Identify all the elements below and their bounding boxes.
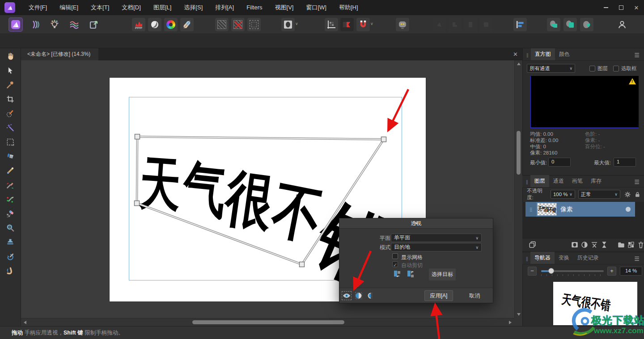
panel-grip-icon[interactable]: || xyxy=(526,179,528,184)
selection-brush-tool[interactable] xyxy=(4,107,17,120)
move-tool[interactable] xyxy=(4,64,17,77)
zoom-slider-track[interactable] xyxy=(541,270,604,272)
mode-select[interactable]: 目的地∨ xyxy=(391,243,482,251)
plane-select[interactable]: 单平面∨ xyxy=(391,234,482,242)
insert-behind-button[interactable] xyxy=(547,18,560,31)
document-tab[interactable]: <未命名> [已修改] (14.3%) xyxy=(21,48,98,60)
tab-close-icon[interactable]: ✕ xyxy=(513,51,518,58)
color-picker-tool[interactable] xyxy=(4,79,17,91)
snapping-chevron-icon[interactable]: ∨ xyxy=(370,21,373,26)
invert-selection-button[interactable] xyxy=(247,18,261,31)
tab-channels[interactable]: 通道 xyxy=(549,175,568,187)
live-filter-button[interactable] xyxy=(590,241,598,249)
mirror-view-toggle[interactable] xyxy=(366,291,376,300)
tab-history[interactable]: 历史记录 xyxy=(573,252,603,264)
insert-on-top-button[interactable] xyxy=(580,18,593,31)
scroll-down-icon[interactable] xyxy=(517,313,521,316)
selection-pattern-button[interactable] xyxy=(215,18,229,31)
account-button[interactable] xyxy=(615,18,629,31)
panel-menu-icon[interactable]: ☰ xyxy=(634,179,640,185)
max-input[interactable]: 1 xyxy=(614,158,636,167)
blend-mode-select[interactable]: 正常∨ xyxy=(578,190,620,199)
panel-menu-icon[interactable]: ☰ xyxy=(634,255,640,262)
auto-white-balance-button[interactable] xyxy=(180,18,194,31)
handle-top-left[interactable] xyxy=(135,134,140,139)
menu-text[interactable]: 文本[T] xyxy=(85,0,115,15)
move-by-whole-pixels-button[interactable] xyxy=(325,18,338,31)
deselect-button[interactable] xyxy=(231,18,245,31)
vertical-scrollbar[interactable] xyxy=(514,60,522,318)
zoom-in-button[interactable]: + xyxy=(607,267,616,276)
auto-colors-button[interactable] xyxy=(164,18,178,31)
select-target-button[interactable]: 选择目标 xyxy=(429,268,456,280)
horizontal-scrollbar[interactable] xyxy=(21,318,514,326)
erase-tool[interactable] xyxy=(4,207,17,220)
layer-drag-handle[interactable]: ⣿ xyxy=(525,202,536,217)
tab-layers[interactable]: 图层 xyxy=(530,175,549,187)
adjustment-layer-button[interactable] xyxy=(580,241,589,249)
menu-layer[interactable]: 图层[L] xyxy=(147,0,178,15)
paint-brush-tool[interactable] xyxy=(4,179,17,191)
clone-stamp-tool[interactable] xyxy=(4,236,17,248)
layer-thumbnail[interactable]: 天气很不错 xyxy=(537,203,557,216)
zoom-out-button[interactable]: − xyxy=(528,267,537,276)
tab-stock[interactable]: 库存 xyxy=(587,175,606,187)
swap-planes-button[interactable] xyxy=(406,269,415,279)
menu-window[interactable]: 窗口[W] xyxy=(300,0,333,15)
menu-file[interactable]: 文件[F] xyxy=(22,0,53,15)
scroll-right-icon[interactable] xyxy=(509,321,512,324)
handle-top-right[interactable] xyxy=(381,137,386,142)
dialog-close-icon[interactable]: ✕ xyxy=(339,218,493,229)
quick-mask-chevron-icon[interactable]: ∨ xyxy=(295,21,298,26)
tab-transform[interactable]: 变换 xyxy=(555,252,573,264)
tab-navigator[interactable]: 导航器 xyxy=(530,252,555,264)
panel-grip-icon[interactable]: || xyxy=(526,52,528,58)
blend-options-gear-icon[interactable] xyxy=(624,191,631,198)
layer-checkbox[interactable] xyxy=(589,66,595,71)
menu-help[interactable]: 帮助[H] xyxy=(333,0,364,15)
auto-contrast-button[interactable] xyxy=(148,18,161,31)
zoom-value[interactable]: 14 % xyxy=(620,267,642,276)
panel-grip-icon[interactable]: || xyxy=(526,256,528,261)
group-layers-button[interactable] xyxy=(617,241,625,249)
insert-inside-button[interactable] xyxy=(564,18,577,31)
marquee-select-tool[interactable] xyxy=(4,136,17,148)
show-grid-checkbox[interactable] xyxy=(392,253,398,259)
tab-color[interactable]: 颜色 xyxy=(555,48,574,60)
tab-brushes[interactable]: 画笔 xyxy=(568,175,587,187)
edge-snapping-button[interactable] xyxy=(340,18,354,31)
auto-levels-button[interactable] xyxy=(132,18,145,31)
alignment-button[interactable] xyxy=(513,18,527,31)
auto-clip-checkbox[interactable] xyxy=(392,261,398,267)
lock-icon[interactable] xyxy=(635,191,640,198)
develop-persona-button[interactable] xyxy=(48,18,61,31)
split-view-toggle[interactable] xyxy=(354,291,364,300)
horizontal-scroll-thumb[interactable] xyxy=(192,320,344,324)
flood-select-tool[interactable] xyxy=(4,121,17,134)
layer-name[interactable]: 像素 xyxy=(560,205,573,213)
mesh-warp-tool[interactable] xyxy=(4,264,17,277)
dialog-titlebar[interactable]: 透视 ✕ xyxy=(339,218,493,229)
gradient-tool[interactable] xyxy=(4,164,17,177)
swap-source-destination-button[interactable] xyxy=(392,269,402,279)
menu-arrange[interactable]: 排列[A] xyxy=(209,0,240,15)
undo-brush-tool[interactable] xyxy=(4,250,17,263)
inactive-tool-button-4[interactable] xyxy=(479,18,493,31)
inactive-tool-button-3[interactable] xyxy=(464,18,477,31)
export-persona-button[interactable] xyxy=(87,18,101,31)
min-input[interactable]: 0 xyxy=(548,158,571,167)
assistant-button[interactable] xyxy=(396,18,409,31)
tone-mapping-persona-button[interactable] xyxy=(68,18,81,31)
channels-select[interactable]: 所有通道∨ xyxy=(527,64,575,73)
duplicate-layer-button[interactable] xyxy=(529,241,537,249)
marquee-checkbox[interactable] xyxy=(613,66,619,71)
maximize-button[interactable] xyxy=(614,0,629,15)
close-window-button[interactable]: ✕ xyxy=(629,0,644,15)
scroll-left-icon[interactable] xyxy=(24,321,26,324)
apply-button[interactable]: 应用[A] xyxy=(424,290,453,301)
handle-bottom-right[interactable] xyxy=(300,262,305,267)
photo-persona-button[interactable] xyxy=(9,18,22,31)
menu-document[interactable]: 文档[D] xyxy=(115,0,147,15)
quick-mask-button[interactable] xyxy=(281,18,295,31)
vertical-scroll-thumb[interactable] xyxy=(517,131,521,175)
